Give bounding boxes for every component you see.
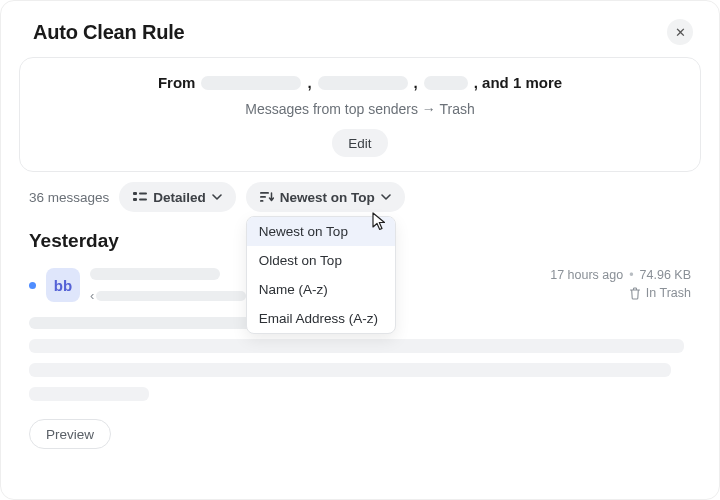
from-label: From xyxy=(158,74,196,91)
rule-summary-card: From , , , and 1 more Messages from top … xyxy=(19,57,701,172)
sort-option-newest[interactable]: Newest on Top xyxy=(247,217,395,246)
chevron-down-icon xyxy=(381,194,391,200)
sender-chip-placeholder xyxy=(424,76,468,90)
svg-rect-2 xyxy=(133,198,137,201)
body-line-placeholder xyxy=(29,317,279,329)
sender-chip-placeholder xyxy=(201,76,301,90)
sort-label: Newest on Top xyxy=(280,190,375,205)
preview-label: Preview xyxy=(46,427,94,442)
svg-rect-5 xyxy=(260,196,266,198)
sender-avatar: bb xyxy=(46,268,80,302)
comma-separator: , xyxy=(414,74,418,91)
trash-icon xyxy=(629,287,641,300)
svg-rect-0 xyxy=(133,192,137,195)
avatar-initials: bb xyxy=(54,277,72,294)
page-title: Auto Clean Rule xyxy=(33,21,184,44)
message-meta: 17 hours ago • 74.96 KB In Trash xyxy=(550,268,691,300)
preview-button[interactable]: Preview xyxy=(29,419,111,449)
sort-control-wrapper: Newest on Top Newest on Top Oldest on To… xyxy=(246,182,405,212)
close-icon: ✕ xyxy=(675,25,686,40)
edit-label: Edit xyxy=(348,136,371,151)
svg-rect-6 xyxy=(260,200,264,202)
view-mode-button[interactable]: Detailed xyxy=(119,182,236,212)
subject-placeholder xyxy=(90,268,220,280)
message-time: 17 hours ago xyxy=(550,268,623,282)
sort-icon xyxy=(260,191,274,203)
auto-clean-rule-page: Auto Clean Rule ✕ From , , , and 1 more … xyxy=(0,0,720,500)
view-mode-label: Detailed xyxy=(153,190,206,205)
meta-separator-dot: • xyxy=(629,268,633,282)
edit-rule-button[interactable]: Edit xyxy=(332,129,387,157)
rule-from-row: From , , , and 1 more xyxy=(40,74,680,91)
comma-separator: , xyxy=(307,74,311,91)
body-line-placeholder xyxy=(29,387,149,401)
and-more-suffix: , and 1 more xyxy=(474,74,562,91)
svg-rect-1 xyxy=(139,193,147,195)
body-line-placeholder xyxy=(29,363,671,377)
unread-indicator-icon xyxy=(29,282,36,289)
message-status: In Trash xyxy=(646,286,691,300)
message-size: 74.96 KB xyxy=(640,268,691,282)
message-count: 36 messages xyxy=(29,190,109,205)
sort-option-email[interactable]: Email Address (A-z) xyxy=(247,304,395,333)
svg-rect-4 xyxy=(260,192,269,194)
body-line-placeholder xyxy=(29,339,684,353)
svg-rect-3 xyxy=(139,199,147,201)
address-placeholder xyxy=(96,291,246,301)
close-button[interactable]: ✕ xyxy=(667,19,693,45)
sort-option-name[interactable]: Name (A-z) xyxy=(247,275,395,304)
sender-chip-placeholder xyxy=(318,76,408,90)
angle-bracket-open: ‹ xyxy=(90,288,94,303)
detailed-view-icon xyxy=(133,191,147,203)
chevron-down-icon xyxy=(212,194,222,200)
title-row: Auto Clean Rule ✕ xyxy=(11,19,709,51)
sort-option-oldest[interactable]: Oldest on Top xyxy=(247,246,395,275)
messages-toolbar: 36 messages Detailed Newest xyxy=(11,172,709,212)
rule-description: Messages from top senders → Trash xyxy=(40,101,680,117)
sort-button[interactable]: Newest on Top xyxy=(246,182,405,212)
sort-dropdown: Newest on Top Oldest on Top Name (A-z) E… xyxy=(246,216,396,334)
